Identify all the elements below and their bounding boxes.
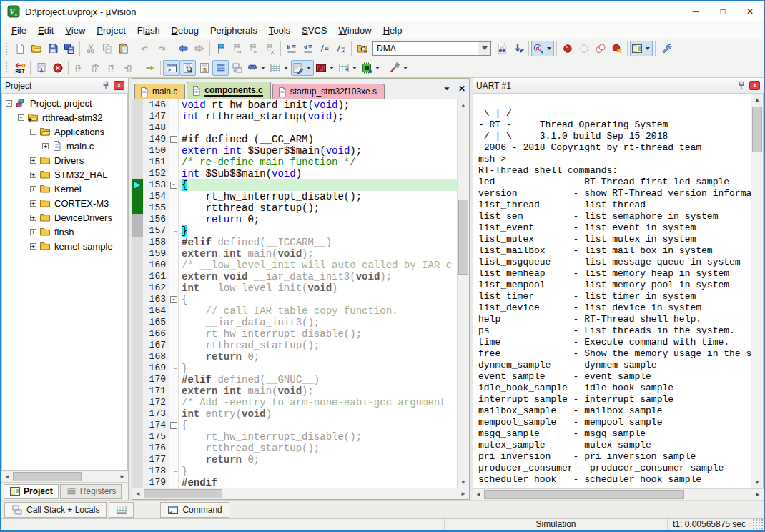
editor-vscrollbar[interactable]: ▲ ▼ xyxy=(457,99,469,488)
dropdown-arrow-icon[interactable] xyxy=(375,66,380,69)
bookmark-clear-all-button[interactable] xyxy=(262,41,278,56)
copy-button[interactable] xyxy=(99,41,115,56)
editor-margin[interactable] xyxy=(132,340,143,351)
dropdown-arrow-icon[interactable] xyxy=(547,47,551,50)
code-line-174[interactable]: 174-{ xyxy=(132,420,469,431)
undo-button[interactable] xyxy=(137,41,153,56)
dropdown-arrow-icon[interactable] xyxy=(330,66,334,69)
code-line-172[interactable]: 172/* Add -eentry to arm-none-eabi-gcc a… xyxy=(132,397,469,408)
tree-item-kernel-sample[interactable]: +kernel-sample xyxy=(2,239,127,253)
editor-margin[interactable] xyxy=(132,420,143,431)
tab-list-chevron-icon[interactable] xyxy=(443,84,451,93)
menu-project[interactable]: Project xyxy=(91,23,131,38)
nav-back-button[interactable] xyxy=(174,41,191,56)
editor-margin[interactable] xyxy=(132,385,143,397)
dock-tab-command[interactable]: >_Command xyxy=(160,502,229,518)
editor-margin[interactable] xyxy=(132,191,143,202)
tree-expand-toggle[interactable]: + xyxy=(30,229,36,235)
editor-margin[interactable] xyxy=(132,271,143,282)
tree-item-stm32-hal[interactable]: +STM32_HAL xyxy=(2,167,127,182)
disable-breakpoint-button[interactable] xyxy=(576,41,592,56)
code-line-168[interactable]: 168 return 0; xyxy=(132,351,469,363)
code-line-147[interactable]: 147int rtthread_startup(void); xyxy=(132,111,469,122)
code-line-155[interactable]: 155 rtthread_startup(); xyxy=(132,202,469,214)
scroll-right-arrow[interactable]: ► xyxy=(458,488,469,499)
fold-column[interactable]: - xyxy=(169,134,179,145)
menu-edit[interactable]: Edit xyxy=(32,23,59,38)
scroll-right-arrow[interactable]: ► xyxy=(752,489,764,500)
dropdown-arrow-icon[interactable] xyxy=(646,47,650,50)
find-in-files-button[interactable] xyxy=(354,41,370,56)
new-file-button[interactable] xyxy=(11,41,28,56)
editor-hscrollbar[interactable]: ◄ ► xyxy=(132,488,469,499)
code-line-148[interactable]: 148 xyxy=(132,122,469,134)
incremental-find-button[interactable] xyxy=(510,41,526,56)
kill-all-breakpoints-button[interactable] xyxy=(608,41,625,56)
editor-margin[interactable] xyxy=(132,408,143,420)
watch-window-button[interactable] xyxy=(245,60,268,76)
scrollbar-thumb[interactable] xyxy=(144,489,222,498)
menu-help[interactable]: Help xyxy=(377,23,408,38)
memory-window-button[interactable] xyxy=(268,60,291,76)
tree-expand-toggle[interactable]: + xyxy=(30,157,36,164)
editor-tab-startup-stm32f103xe-s[interactable]: startup_stm32f103xe.s xyxy=(272,84,385,99)
disable-all-breakpoints-button[interactable] xyxy=(592,41,608,56)
run-button[interactable] xyxy=(33,60,49,76)
search-combo[interactable]: DMA xyxy=(372,41,491,56)
indent-button[interactable] xyxy=(283,41,300,56)
uart-hscrollbar[interactable]: ◄ ► xyxy=(473,488,764,500)
menu-debug[interactable]: Debug xyxy=(166,23,204,38)
code-line-160[interactable]: 160/* __low_level_init will auto called … xyxy=(132,260,469,271)
code-line-175[interactable]: 175 rt_hw_interrupt_disable(); xyxy=(132,431,469,443)
code-line-176[interactable]: 176 rtthread_startup(); xyxy=(132,443,469,454)
code-line-161[interactable]: 161extern void __iar_data_init3(void); xyxy=(132,271,469,282)
editor-margin[interactable] xyxy=(132,328,143,340)
scroll-up-arrow[interactable]: ▲ xyxy=(751,94,763,105)
tree-item-project-project[interactable]: -Project: project xyxy=(2,96,127,110)
tree-expand-toggle[interactable]: + xyxy=(42,143,49,149)
pin-icon[interactable] xyxy=(736,80,747,92)
tree-item-finsh[interactable]: +finsh xyxy=(2,225,127,239)
bookmark-prev-button[interactable] xyxy=(245,41,262,56)
redo-button[interactable] xyxy=(153,41,169,56)
tree-item-applications[interactable]: -Applications xyxy=(2,124,127,139)
uncomment-selection-button[interactable] xyxy=(332,41,349,56)
code-line-177[interactable]: 177 return 0; xyxy=(132,454,469,466)
code-line-162[interactable]: 162int __low_level_init(void) xyxy=(132,282,469,294)
menu-view[interactable]: View xyxy=(59,23,91,38)
project-tree-hscrollbar[interactable]: ◄ ► xyxy=(1,471,128,482)
editor-margin[interactable] xyxy=(132,111,143,122)
scroll-left-arrow[interactable]: ◄ xyxy=(473,489,484,500)
fold-column[interactable]: - xyxy=(169,179,179,191)
toolbar-grip[interactable] xyxy=(5,42,9,55)
dropdown-arrow-icon[interactable] xyxy=(284,66,288,69)
comment-selection-button[interactable] xyxy=(316,41,332,56)
code-line-179[interactable]: 179#endif xyxy=(132,477,469,488)
dropdown-arrow-icon[interactable] xyxy=(261,66,265,69)
toolbar-grip[interactable] xyxy=(5,61,9,74)
tree-expand-toggle[interactable]: - xyxy=(18,114,24,121)
insert-breakpoint-button[interactable] xyxy=(559,41,576,56)
editor-margin[interactable] xyxy=(132,237,143,248)
editor-tab-main-c[interactable]: main.c xyxy=(134,84,185,99)
editor-margin[interactable] xyxy=(132,294,143,305)
symbols-window-button[interactable]: S xyxy=(196,60,212,76)
uart-vscrollbar[interactable]: ▲ ▼ xyxy=(751,94,763,488)
command-window-button[interactable]: >_ xyxy=(163,60,179,76)
close-document-icon[interactable]: ✕ xyxy=(458,84,465,94)
analysis-window-button[interactable] xyxy=(314,60,337,76)
uart-panel-close-button[interactable]: x xyxy=(749,81,760,90)
menu-svcs[interactable]: SVCS xyxy=(296,23,332,38)
editor-margin[interactable] xyxy=(132,317,143,328)
code-line-165[interactable]: 165 __iar_data_init3(); xyxy=(132,317,469,328)
code-line-153[interactable]: 153-{ xyxy=(132,179,469,191)
dropdown-arrow-icon[interactable] xyxy=(307,66,311,69)
code-line-151[interactable]: 151/* re-define main function */ xyxy=(132,157,469,168)
serial-window-button[interactable] xyxy=(291,60,314,76)
tree-expand-toggle[interactable]: + xyxy=(30,215,36,221)
editor-margin[interactable] xyxy=(132,214,143,225)
callstack-window-button[interactable] xyxy=(229,60,245,76)
dropdown-arrow-icon[interactable] xyxy=(352,66,357,69)
resize-grip[interactable] xyxy=(751,519,764,530)
code-line-146[interactable]: 146void rt_hw_board_init(void); xyxy=(132,99,469,111)
